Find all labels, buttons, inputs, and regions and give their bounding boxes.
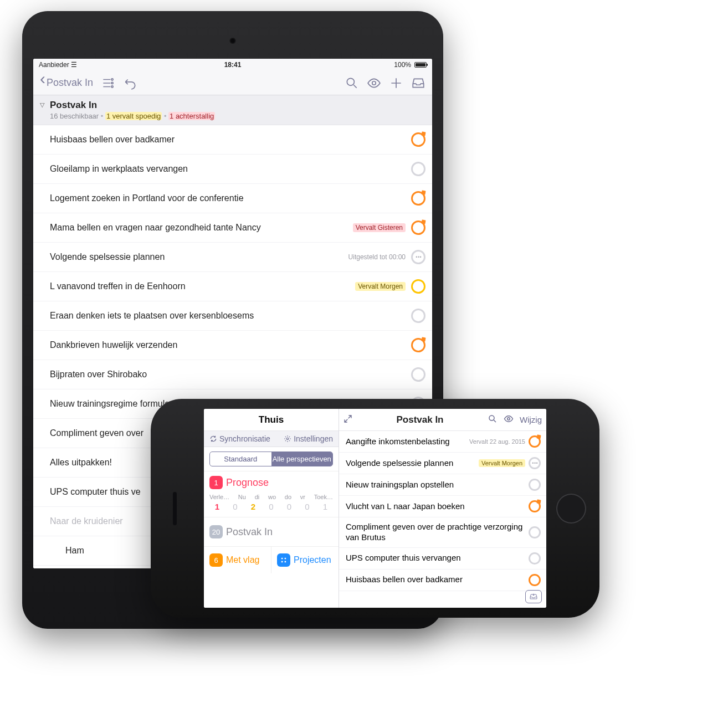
task-row[interactable]: Nieuw trainingsplan opstellen [339,474,546,496]
svg-point-8 [281,561,283,562]
task-row[interactable]: UPS computer thuis vervangen [339,548,546,570]
sync-button[interactable]: Synchronisatie [209,434,270,443]
expand-icon[interactable] [344,414,352,425]
detail-pane: Postvak In Wijzig Aangifte inkomstenbela… [339,409,546,608]
search-icon[interactable] [488,414,498,425]
view-options-icon[interactable] [101,76,115,90]
sidebar-item-inbox[interactable]: 20 Postvak In [204,517,339,546]
settings-button[interactable]: Instellingen [284,434,333,443]
task-status-circle[interactable] [529,574,541,586]
forecast-day-label: di [255,494,260,500]
sidebar: Thuis Synchronisatie Instellingen Standa… [204,409,339,608]
status-bar: Aanbieder ☰ 18:41 100% [33,59,432,71]
quick-entry-button[interactable] [525,590,542,603]
task-row[interactable]: Gloeilamp in werkplaats vervangen [33,155,432,184]
task-row[interactable]: Logement zoeken in Portland voor de conf… [33,184,432,213]
task-meta: Uitgesteld tot 00:00 [348,253,406,261]
back-label: Postvak In [47,77,93,89]
projects-badge [277,553,290,567]
task-status-circle[interactable] [529,479,541,491]
detail-nav: Postvak In Wijzig [339,409,546,431]
add-icon[interactable] [389,76,403,90]
forecast-day-label: Toek… [314,494,333,500]
svg-point-2 [111,85,113,87]
sidebar-toolbar: Synchronisatie Instellingen [204,431,339,447]
svg-point-0 [111,78,113,80]
task-title: Logement zoeken in Portland voor de conf… [50,193,411,203]
forecast-day-label: wo [268,494,276,500]
task-row[interactable]: Vlucht van L naar Japan boeken [339,496,546,517]
task-status-circle[interactable] [529,500,541,512]
detail-task-list: Aangifte inkomstenbelastingVervalt 22 au… [339,431,546,591]
svg-point-9 [284,561,286,562]
task-row[interactable]: Eraan denken iets te plaatsen over kerse… [33,301,432,331]
task-status-circle[interactable] [411,162,425,176]
eye-icon[interactable] [503,414,514,425]
status-carrier: Aanbieder ☰ [39,61,77,69]
section-title: Postvak In [50,100,422,111]
sidebar-item-flagged[interactable]: 6 Met vlag [204,547,271,573]
task-row[interactable]: Huisbaas bellen over badkamer [339,570,546,591]
task-status-circle[interactable] [411,191,425,206]
forecast-day-label: Nu [238,494,246,500]
task-status-circle[interactable] [411,279,425,294]
task-meta: Vervalt 22 aug. 2015 [469,438,525,445]
sidebar-item-projects[interactable]: Projecten [271,547,339,573]
segment-standard[interactable]: Standaard [210,452,271,466]
task-status-circle[interactable] [529,435,541,448]
inbox-icon[interactable] [411,76,425,90]
task-meta: Vervalt Morgen [479,459,525,467]
sidebar-item-forecast[interactable]: 1 Prognose Verle…NudiwodovrToek… 1020001 [204,471,339,517]
search-icon[interactable] [345,76,359,90]
task-status-circle[interactable] [411,132,425,147]
disclosure-triangle-icon[interactable]: ▽ [40,101,44,109]
section-subtitle: 16 beschikbaar 1 vervalt spoedig 1 achte… [50,112,422,120]
task-title: Huisbaas bellen over badkamer [346,574,529,585]
task-title: Gloeilamp in werkplaats vervangen [50,164,411,174]
task-row[interactable]: Dankbrieven huwelijk verzenden [33,331,432,360]
inbox-section-header[interactable]: ▽ Postvak In 16 beschikbaar 1 vervalt sp… [33,95,432,125]
forecast-day-label: vr [300,494,305,500]
status-battery: 100% [394,61,427,69]
task-status-circle[interactable] [411,338,425,352]
svg-point-3 [347,78,354,85]
forecast-day-count: 0 [281,502,297,511]
task-status-circle[interactable] [529,552,541,565]
forecast-day-count: 1 [317,502,333,511]
task-status-circle[interactable] [411,309,425,323]
segment-all[interactable]: Alle perspectieven [271,452,333,466]
task-title: UPS computer thuis vervangen [346,553,529,563]
task-status-circle[interactable] [411,367,425,382]
task-status-circle[interactable] [411,250,425,264]
detail-title: Postvak In [358,414,482,425]
eye-icon[interactable] [367,76,381,90]
forecast-day-count: 1 [209,502,225,511]
undo-icon[interactable] [123,76,137,90]
edit-button[interactable]: Wijzig [520,415,542,424]
task-status-circle[interactable] [529,457,541,469]
task-row[interactable]: Aangifte inkomstenbelastingVervalt 22 au… [339,431,546,453]
back-button[interactable]: Postvak In [40,77,93,89]
forecast-badge: 1 [209,476,223,489]
task-title: Vlucht van L naar Japan boeken [346,501,529,512]
sync-label: Synchronisatie [219,434,270,443]
task-row[interactable]: Bijpraten over Shirobako [33,360,432,389]
wifi-icon: ☰ [71,61,77,69]
inbox-badge: 20 [209,525,223,538]
svg-point-11 [507,418,510,420]
task-row[interactable]: Huisbaas bellen over badkamer [33,125,432,155]
iphone-home-button[interactable] [556,494,586,524]
task-row[interactable]: L vanavond treffen in de EenhoornVervalt… [33,272,432,301]
task-title: Volgende spelsessie plannen [346,458,479,469]
task-title: Dankbrieven huwelijk verzenden [50,340,411,350]
task-row[interactable]: Volgende spelsessie plannenUitgesteld to… [33,243,432,272]
task-row[interactable]: Mama bellen en vragen naar gezondheid ta… [33,213,432,243]
settings-label: Instellingen [294,434,333,443]
task-status-circle[interactable] [529,526,541,538]
task-row[interactable]: Volgende spelsessie plannenVervalt Morge… [339,453,546,474]
iphone-speaker [173,492,177,525]
perspective-segment[interactable]: Standaard Alle perspectieven [209,452,333,466]
task-status-circle[interactable] [411,220,425,235]
task-row[interactable]: Compliment geven over de prachtige verzo… [339,517,546,548]
forecast-week-values: 1020001 [209,502,333,511]
